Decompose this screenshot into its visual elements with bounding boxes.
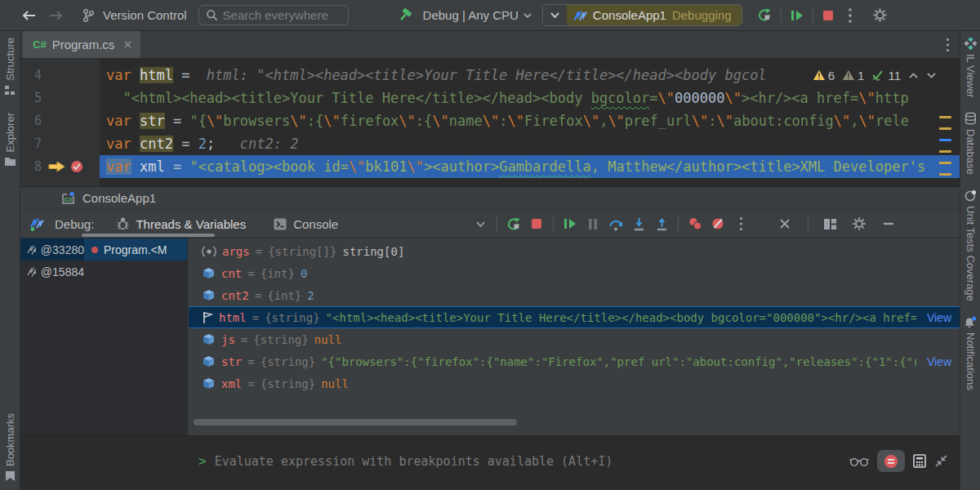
debug-stop-button[interactable] xyxy=(525,212,548,235)
line-number[interactable]: 4 xyxy=(20,64,42,87)
back-icon[interactable] xyxy=(18,5,39,26)
debug-content: @33280 Program.<M @15884 xyxy=(20,238,960,435)
code-line-5: 5 "<html><head><title>Your Title Here</t… xyxy=(20,87,960,109)
build-hammer-icon[interactable] xyxy=(394,5,416,26)
folder-icon xyxy=(4,156,16,167)
code-text: var str = "{\"browsers\":{\"firefox\":{\… xyxy=(100,109,960,132)
toolwindow-notifications[interactable]: Notifications xyxy=(964,316,977,390)
breakpoints-active-toggle-button[interactable] xyxy=(877,450,905,472)
pause-button[interactable] xyxy=(581,212,604,235)
code-text: "<html><head><title>Your Title Here</tit… xyxy=(100,87,960,109)
variable-row-js[interactable]: js= {string} null xyxy=(189,328,960,350)
code-text: var cnt2 = 2; cnt2: 2 xyxy=(100,132,960,155)
tab-console[interactable]: Console xyxy=(265,210,346,238)
variable-row-str[interactable]: str= {string} "{"browsers":{"firefox":{"… xyxy=(189,350,960,372)
resume-button[interactable] xyxy=(786,5,808,26)
horizontal-scrollbar[interactable] xyxy=(194,419,517,425)
rerun-button[interactable] xyxy=(754,5,776,26)
toolwindow-structure[interactable]: Structure xyxy=(4,38,16,96)
debug-session-highlight: ConsoleApp1 Debugging xyxy=(567,5,742,25)
step-over-button[interactable] xyxy=(604,212,627,235)
line-number[interactable]: 7 xyxy=(20,132,42,155)
forward-icon[interactable] xyxy=(46,5,67,26)
variable-row-html-selected[interactable]: html= {string} "<html><head><title>Your … xyxy=(189,306,960,328)
toolwindow-unit-tests-coverage[interactable]: Unit Tests Coverage xyxy=(964,189,977,301)
terminal-icon xyxy=(274,218,287,230)
notification-bell-icon xyxy=(964,316,977,328)
stack-frame[interactable]: Program.<M xyxy=(84,238,187,261)
hide-panel-icon[interactable] xyxy=(877,212,900,235)
toolwindow-explorer[interactable]: Explorer xyxy=(4,113,16,167)
warning-icon xyxy=(813,69,826,81)
debug-panel-header: C# ConsoleApp1 xyxy=(20,186,960,209)
evaluate-expression-bar[interactable]: > Evaluate expression with breakpoints a… xyxy=(20,435,960,486)
marked-flag-icon xyxy=(202,311,213,324)
variable-row-cnt2[interactable]: cnt2= {int} 2 xyxy=(189,284,960,306)
breakpoint-verified-icon[interactable] xyxy=(69,159,84,174)
line-number[interactable]: 8 xyxy=(20,155,42,178)
toolwindow-il-viewer[interactable]: IL Viewer xyxy=(964,38,977,97)
stop-button[interactable] xyxy=(818,5,838,26)
next-problem-chevron-icon[interactable] xyxy=(926,72,937,79)
close-tab-icon[interactable] xyxy=(123,40,132,49)
code-editor[interactable]: 4 var html = html: "<html><head><title>Y… xyxy=(20,59,960,186)
debug-resume-button[interactable] xyxy=(559,212,581,235)
thread-icon xyxy=(27,266,36,277)
chevron-down-icon[interactable] xyxy=(523,12,532,19)
settings-gear-icon[interactable] xyxy=(869,5,891,26)
editor-error-stripe[interactable] xyxy=(939,59,952,186)
session-app-name: ConsoleApp1 xyxy=(593,8,666,22)
search-placeholder: Search everywhere xyxy=(223,8,328,22)
variable-row-xml[interactable]: xml= {string} null xyxy=(189,372,960,394)
debug-rerun-button[interactable] xyxy=(502,212,525,235)
debug-panel-title[interactable]: ConsoleApp1 xyxy=(82,191,156,205)
thread-row[interactable]: @33280 Program.<M xyxy=(20,238,187,261)
view-link[interactable]: View xyxy=(927,311,951,324)
more-actions-kebab-icon[interactable] xyxy=(844,5,856,26)
run-configuration-label[interactable]: Debug | Any CPU xyxy=(423,8,519,22)
git-branch-icon[interactable] xyxy=(78,5,98,26)
mute-breakpoints-button[interactable] xyxy=(706,212,729,235)
debug-session-widget[interactable]: ConsoleApp1 Debugging xyxy=(542,4,742,26)
view-link[interactable]: View xyxy=(927,355,951,368)
step-out-button[interactable] xyxy=(650,212,673,235)
weak-warning-count[interactable]: 1 xyxy=(842,69,864,82)
toolwindow-database[interactable]: Database xyxy=(964,112,977,175)
line-number[interactable]: 6 xyxy=(20,109,42,132)
layout-settings-icon[interactable] xyxy=(818,212,841,235)
threads-list[interactable]: @33280 Program.<M @15884 xyxy=(20,238,188,435)
debug-settings-gear-icon[interactable] xyxy=(848,212,871,235)
version-control-label[interactable]: Version Control xyxy=(103,8,187,22)
line-number[interactable]: 5 xyxy=(20,87,42,109)
debug-more-kebab-icon[interactable] xyxy=(729,212,752,235)
bottom-strip xyxy=(20,486,960,490)
close-debug-session-icon[interactable] xyxy=(773,212,796,235)
thread-row[interactable]: @15884 xyxy=(20,261,187,283)
session-chevron-down-icon[interactable] xyxy=(543,5,567,25)
search-everywhere-box[interactable]: Search everywhere xyxy=(198,5,349,25)
dotnet-icon xyxy=(573,10,587,21)
variable-row-args[interactable]: args= {string[]} string[0] xyxy=(189,240,960,262)
weak-warning-icon xyxy=(842,69,855,81)
debug-toolbar: Debug: Threads & Variables Console xyxy=(20,209,960,238)
code-text: var xml = "<catalog><book id=\"bk101\"><… xyxy=(100,155,960,178)
tab-program-cs[interactable]: C# Program.cs xyxy=(23,31,140,58)
inspections-widget[interactable]: 6 1 11 xyxy=(804,65,937,85)
warning-count[interactable]: 6 xyxy=(813,69,835,82)
dotnet-debug-icon xyxy=(25,212,48,235)
step-into-button[interactable] xyxy=(627,212,650,235)
editor-options-kebab-icon[interactable] xyxy=(946,38,950,52)
debug-tabs-chevron-icon[interactable] xyxy=(469,212,492,235)
svg-text:C#: C# xyxy=(65,196,74,203)
variable-row-cnt[interactable]: cnt= {int} 0 xyxy=(189,262,960,284)
watches-glasses-icon[interactable] xyxy=(849,456,869,467)
prev-problem-chevron-icon[interactable] xyxy=(908,72,919,79)
evaluate-calculator-icon[interactable] xyxy=(913,454,926,468)
toolbar-separator xyxy=(813,8,813,23)
view-breakpoints-button[interactable] xyxy=(684,212,706,235)
collapse-icon[interactable] xyxy=(934,454,948,468)
variables-tree[interactable]: args= {string[]} string[0] cnt= {int} 0 xyxy=(189,238,960,435)
typo-count[interactable]: 11 xyxy=(871,69,901,82)
tab-scrollbar[interactable] xyxy=(82,234,215,237)
toolwindow-bookmarks[interactable]: Bookmarks xyxy=(4,413,16,482)
